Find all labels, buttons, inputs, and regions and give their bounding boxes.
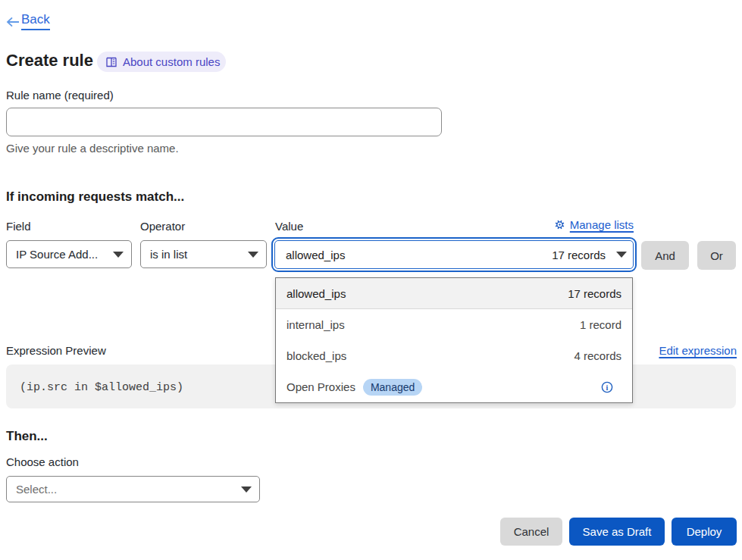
svg-text:i: i: [606, 383, 609, 391]
